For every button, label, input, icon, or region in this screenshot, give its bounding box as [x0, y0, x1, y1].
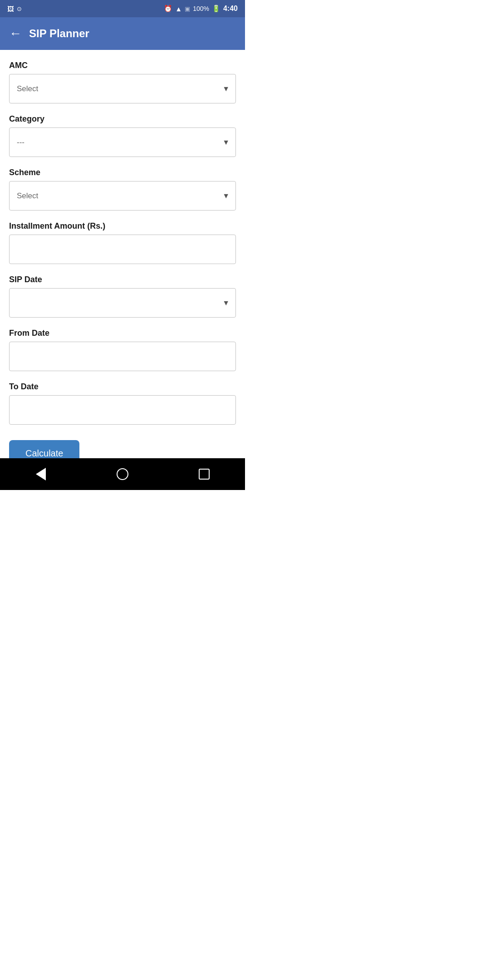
circle-icon: ⊙ [17, 5, 22, 12]
nav-back-button[interactable] [33, 466, 49, 482]
amc-select-wrapper: Select ▼ [9, 74, 236, 103]
status-right: ⏰ ▲ ▣ 100% 🔋 4:40 [164, 5, 238, 13]
alarm-icon: ⏰ [164, 5, 172, 13]
image-icon: 🖼 [7, 5, 14, 13]
amc-select[interactable]: Select [9, 74, 236, 103]
from-date-label: From Date [9, 328, 236, 338]
amc-label: AMC [9, 61, 236, 70]
main-content: AMC Select ▼ Category --- ▼ Scheme Selec… [0, 50, 245, 458]
installment-amount-input[interactable] [9, 235, 236, 264]
amc-field-group: AMC Select ▼ [9, 61, 236, 103]
from-date-field-group: From Date [9, 328, 236, 371]
sip-date-select[interactable] [9, 288, 236, 318]
to-date-label: To Date [9, 382, 236, 392]
to-date-field-group: To Date [9, 382, 236, 425]
battery-percentage: 100% [193, 5, 209, 12]
sip-date-label: SIP Date [9, 275, 236, 284]
installment-amount-field-group: Installment Amount (Rs.) [9, 221, 236, 264]
category-field-group: Category --- ▼ [9, 114, 236, 157]
nav-home-button[interactable] [114, 466, 131, 482]
scheme-label: Scheme [9, 168, 236, 177]
back-triangle-icon [36, 468, 46, 480]
sip-date-field-group: SIP Date ▼ [9, 275, 236, 318]
status-bar: 🖼 ⊙ ⏰ ▲ ▣ 100% 🔋 4:40 [0, 0, 245, 17]
category-label: Category [9, 114, 236, 124]
page-title: SIP Planner [29, 27, 89, 40]
scheme-select-wrapper: Select ▼ [9, 181, 236, 211]
category-select-wrapper: --- ▼ [9, 127, 236, 157]
nav-bar [0, 458, 245, 490]
home-circle-icon [117, 468, 128, 480]
nav-recent-button[interactable] [196, 466, 212, 482]
wifi-icon: ▲ [175, 5, 182, 13]
status-bar-left: 🖼 ⊙ [7, 5, 161, 13]
installment-amount-label: Installment Amount (Rs.) [9, 221, 236, 231]
battery-icon: 🔋 [212, 5, 220, 13]
sip-date-select-wrapper: ▼ [9, 288, 236, 318]
back-button[interactable]: ← [9, 26, 22, 41]
to-date-input[interactable] [9, 395, 236, 425]
app-header: ← SIP Planner [0, 17, 245, 50]
calculate-button[interactable]: Calculate [9, 440, 79, 458]
scheme-field-group: Scheme Select ▼ [9, 168, 236, 211]
status-time: 4:40 [223, 5, 238, 13]
category-select[interactable]: --- [9, 127, 236, 157]
from-date-input[interactable] [9, 342, 236, 371]
recent-square-icon [199, 469, 210, 480]
scheme-select[interactable]: Select [9, 181, 236, 211]
sim-icon: ▣ [185, 5, 190, 12]
